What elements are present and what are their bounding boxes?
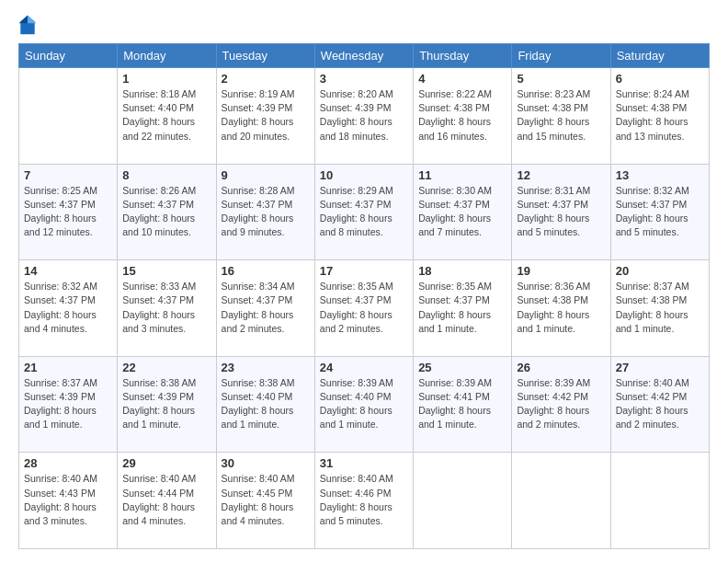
logo-icon <box>18 14 37 36</box>
calendar-cell: 17Sunrise: 8:35 AMSunset: 4:37 PMDayligh… <box>314 260 413 357</box>
calendar-cell: 13Sunrise: 8:32 AMSunset: 4:37 PMDayligh… <box>610 164 709 260</box>
calendar-cell: 31Sunrise: 8:40 AMSunset: 4:46 PMDayligh… <box>314 453 413 549</box>
calendar-cell: 16Sunrise: 8:34 AMSunset: 4:37 PMDayligh… <box>216 260 314 357</box>
calendar-cell: 26Sunrise: 8:39 AMSunset: 4:42 PMDayligh… <box>512 356 610 453</box>
day-number: 20 <box>616 264 704 278</box>
col-header-sunday: Sunday <box>19 44 118 68</box>
day-number: 18 <box>418 264 506 278</box>
day-number: 31 <box>320 456 408 470</box>
calendar-cell: 23Sunrise: 8:38 AMSunset: 4:40 PMDayligh… <box>216 356 314 453</box>
calendar-cell: 14Sunrise: 8:32 AMSunset: 4:37 PMDayligh… <box>19 260 118 357</box>
day-number: 2 <box>222 72 310 86</box>
day-number: 11 <box>418 168 506 182</box>
calendar-cell <box>19 68 118 165</box>
day-info: Sunrise: 8:37 AMSunset: 4:38 PMDaylight:… <box>616 280 704 336</box>
col-header-tuesday: Tuesday <box>216 44 314 68</box>
day-number: 26 <box>517 361 605 374</box>
day-info: Sunrise: 8:20 AMSunset: 4:39 PMDaylight:… <box>320 87 408 144</box>
day-number: 24 <box>320 361 408 374</box>
calendar-cell: 6Sunrise: 8:24 AMSunset: 4:38 PMDaylight… <box>610 68 709 165</box>
calendar-table: SundayMondayTuesdayWednesdayThursdayFrid… <box>18 43 710 549</box>
col-header-friday: Friday <box>512 44 610 68</box>
col-header-monday: Monday <box>118 44 216 68</box>
day-info: Sunrise: 8:29 AMSunset: 4:37 PMDaylight:… <box>320 184 408 240</box>
calendar-cell: 21Sunrise: 8:37 AMSunset: 4:39 PMDayligh… <box>19 356 118 453</box>
day-number: 4 <box>418 72 506 86</box>
calendar-cell: 4Sunrise: 8:22 AMSunset: 4:38 PMDaylight… <box>414 68 512 165</box>
day-info: Sunrise: 8:39 AMSunset: 4:42 PMDaylight:… <box>517 376 605 432</box>
day-number: 10 <box>320 168 408 182</box>
calendar-cell: 10Sunrise: 8:29 AMSunset: 4:37 PMDayligh… <box>314 164 413 260</box>
day-info: Sunrise: 8:30 AMSunset: 4:37 PMDaylight:… <box>418 184 506 240</box>
day-number: 9 <box>222 168 310 182</box>
day-info: Sunrise: 8:35 AMSunset: 4:37 PMDaylight:… <box>418 280 506 336</box>
day-number: 15 <box>122 264 210 278</box>
logo <box>18 14 40 36</box>
calendar-cell: 3Sunrise: 8:20 AMSunset: 4:39 PMDaylight… <box>314 68 413 165</box>
day-info: Sunrise: 8:28 AMSunset: 4:37 PMDaylight:… <box>222 184 310 240</box>
day-number: 27 <box>616 361 704 374</box>
calendar-cell: 25Sunrise: 8:39 AMSunset: 4:41 PMDayligh… <box>414 356 512 453</box>
calendar-week-4: 28Sunrise: 8:40 AMSunset: 4:43 PMDayligh… <box>19 453 710 549</box>
col-header-thursday: Thursday <box>414 44 512 68</box>
day-info: Sunrise: 8:25 AMSunset: 4:37 PMDaylight:… <box>24 184 112 240</box>
calendar-cell: 18Sunrise: 8:35 AMSunset: 4:37 PMDayligh… <box>414 260 512 357</box>
day-number: 30 <box>222 456 310 470</box>
day-info: Sunrise: 8:40 AMSunset: 4:44 PMDaylight:… <box>122 472 210 528</box>
calendar-cell: 2Sunrise: 8:19 AMSunset: 4:39 PMDaylight… <box>216 68 314 165</box>
day-number: 13 <box>616 168 704 182</box>
calendar-cell <box>414 453 512 549</box>
calendar-cell: 12Sunrise: 8:31 AMSunset: 4:37 PMDayligh… <box>512 164 610 260</box>
day-number: 3 <box>320 72 408 86</box>
page: SundayMondayTuesdayWednesdayThursdayFrid… <box>0 0 728 563</box>
day-info: Sunrise: 8:32 AMSunset: 4:37 PMDaylight:… <box>616 184 704 240</box>
day-info: Sunrise: 8:39 AMSunset: 4:41 PMDaylight:… <box>418 376 506 432</box>
header <box>18 14 710 36</box>
day-number: 19 <box>517 264 605 278</box>
day-number: 17 <box>320 264 408 278</box>
calendar-cell: 27Sunrise: 8:40 AMSunset: 4:42 PMDayligh… <box>610 356 709 453</box>
calendar-cell <box>512 453 610 549</box>
day-number: 8 <box>122 168 210 182</box>
day-info: Sunrise: 8:19 AMSunset: 4:39 PMDaylight:… <box>222 87 310 144</box>
day-info: Sunrise: 8:36 AMSunset: 4:38 PMDaylight:… <box>517 280 605 336</box>
day-info: Sunrise: 8:38 AMSunset: 4:40 PMDaylight:… <box>222 376 310 432</box>
calendar-week-2: 14Sunrise: 8:32 AMSunset: 4:37 PMDayligh… <box>19 260 710 357</box>
calendar-week-1: 7Sunrise: 8:25 AMSunset: 4:37 PMDaylight… <box>19 164 710 260</box>
day-number: 7 <box>24 168 112 182</box>
day-info: Sunrise: 8:32 AMSunset: 4:37 PMDaylight:… <box>24 280 112 336</box>
calendar-cell: 1Sunrise: 8:18 AMSunset: 4:40 PMDaylight… <box>118 68 216 165</box>
calendar-cell: 5Sunrise: 8:23 AMSunset: 4:38 PMDaylight… <box>512 68 610 165</box>
calendar-cell: 28Sunrise: 8:40 AMSunset: 4:43 PMDayligh… <box>19 453 118 549</box>
day-info: Sunrise: 8:23 AMSunset: 4:38 PMDaylight:… <box>517 87 605 144</box>
calendar-cell: 30Sunrise: 8:40 AMSunset: 4:45 PMDayligh… <box>216 453 314 549</box>
calendar-header-row: SundayMondayTuesdayWednesdayThursdayFrid… <box>19 44 710 68</box>
day-number: 29 <box>122 456 210 470</box>
day-number: 25 <box>418 361 506 374</box>
calendar-cell: 7Sunrise: 8:25 AMSunset: 4:37 PMDaylight… <box>19 164 118 260</box>
day-info: Sunrise: 8:24 AMSunset: 4:38 PMDaylight:… <box>616 87 704 144</box>
calendar-cell: 8Sunrise: 8:26 AMSunset: 4:37 PMDaylight… <box>118 164 216 260</box>
col-header-saturday: Saturday <box>610 44 709 68</box>
calendar-cell: 20Sunrise: 8:37 AMSunset: 4:38 PMDayligh… <box>610 260 709 357</box>
day-number: 21 <box>24 361 112 374</box>
day-number: 1 <box>122 72 210 86</box>
calendar-cell: 24Sunrise: 8:39 AMSunset: 4:40 PMDayligh… <box>314 356 413 453</box>
day-number: 12 <box>517 168 605 182</box>
day-info: Sunrise: 8:38 AMSunset: 4:39 PMDaylight:… <box>122 376 210 432</box>
day-info: Sunrise: 8:35 AMSunset: 4:37 PMDaylight:… <box>320 280 408 336</box>
day-info: Sunrise: 8:40 AMSunset: 4:42 PMDaylight:… <box>616 376 704 432</box>
calendar-cell: 11Sunrise: 8:30 AMSunset: 4:37 PMDayligh… <box>414 164 512 260</box>
day-number: 22 <box>122 361 210 374</box>
day-info: Sunrise: 8:34 AMSunset: 4:37 PMDaylight:… <box>222 280 310 336</box>
calendar-cell: 9Sunrise: 8:28 AMSunset: 4:37 PMDaylight… <box>216 164 314 260</box>
day-number: 23 <box>222 361 310 374</box>
day-info: Sunrise: 8:18 AMSunset: 4:40 PMDaylight:… <box>122 87 210 144</box>
day-info: Sunrise: 8:40 AMSunset: 4:46 PMDaylight:… <box>320 472 408 528</box>
day-info: Sunrise: 8:22 AMSunset: 4:38 PMDaylight:… <box>418 87 506 144</box>
day-number: 28 <box>24 456 112 470</box>
day-number: 14 <box>24 264 112 278</box>
day-number: 6 <box>616 72 704 86</box>
calendar-week-0: 1Sunrise: 8:18 AMSunset: 4:40 PMDaylight… <box>19 68 710 165</box>
calendar-cell: 22Sunrise: 8:38 AMSunset: 4:39 PMDayligh… <box>118 356 216 453</box>
